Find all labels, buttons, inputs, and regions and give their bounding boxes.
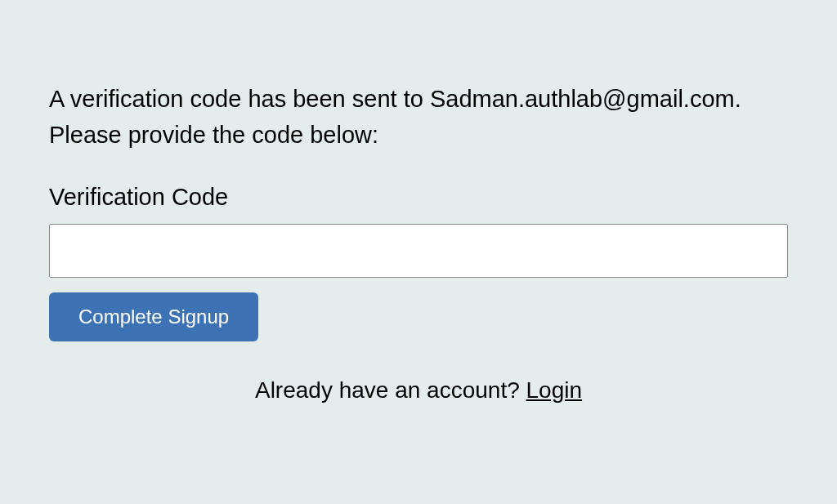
complete-signup-button[interactable]: Complete Signup	[49, 292, 258, 341]
footer-text: Already have an account?	[255, 377, 526, 403]
instruction-text: A verification code has been sent to Sad…	[49, 82, 788, 153]
verification-code-input[interactable]	[49, 224, 788, 278]
instruction-line-1: A verification code has been sent to Sad…	[49, 86, 741, 112]
footer-row: Already have an account? Login	[49, 377, 788, 404]
instruction-line-2: Please provide the code below:	[49, 122, 378, 148]
verification-form: A verification code has been sent to Sad…	[0, 0, 837, 453]
verification-code-label: Verification Code	[49, 184, 788, 211]
login-link[interactable]: Login	[526, 377, 583, 403]
